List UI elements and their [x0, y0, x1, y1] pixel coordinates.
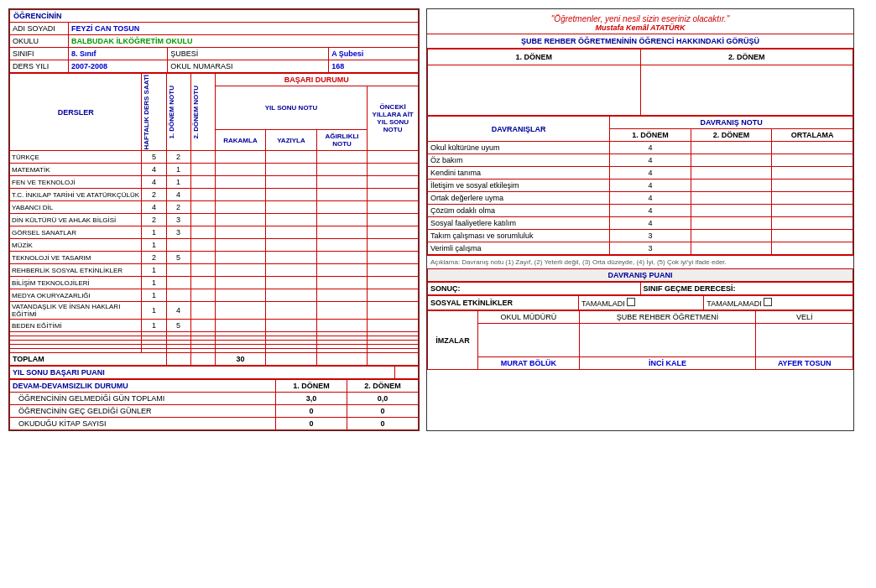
- behavior-name: Okul kültürüne uyum: [428, 142, 610, 154]
- devam-donem1-label: 1. DÖNEM: [275, 380, 347, 393]
- subject-haftalik: 4: [142, 176, 166, 189]
- subject-donem1: [166, 277, 190, 289]
- subject-onceki: [368, 226, 419, 239]
- behavior-row: Verimli çalışma 3: [428, 242, 853, 255]
- kitap-d1: 0: [275, 418, 347, 430]
- aciklama: Açıklama: Davranış notu (1) Zayıf, (2) Y…: [427, 255, 853, 268]
- subject-donem2: [190, 264, 215, 277]
- behavior-d2: [691, 192, 772, 205]
- subject-yaziya: [266, 226, 317, 239]
- subject-row: TEKNOLOJİ VE TASARIM 2 5: [10, 252, 419, 264]
- gelmedigi-d1: 3,0: [275, 393, 347, 405]
- subject-row: FEN VE TEKNOLOJİ 4 1: [10, 176, 419, 189]
- subject-row: DİN KÜLTÜRÜ VE AHLAK BİLGİSİ 2 3: [10, 214, 419, 226]
- kitap-d2: 0: [347, 418, 418, 430]
- behavior-ort: [772, 142, 853, 154]
- tamamlamadi-cell: TAMAMLAMADI: [704, 296, 853, 310]
- yaziya-header: YAZIYLA: [266, 129, 317, 151]
- agirlikli-header: AĞIRLIKLI NOTU: [316, 129, 368, 151]
- subject-row: MEDYA OKURYAZARLIĞI 1: [10, 289, 419, 302]
- subject-rakamla: [215, 320, 266, 332]
- gorusler-donem1: 1. DÖNEM: [428, 49, 641, 65]
- subject-donem1: 2: [166, 201, 190, 214]
- year-label: DERS YILI: [10, 60, 69, 73]
- subject-haftalik: 2: [142, 189, 166, 201]
- davranis-table: DAVRANIŞLAR DAVRANIŞ NOTU 1. DÖNEM 2. DÖ…: [427, 116, 853, 255]
- behavior-name: Sosyal faaliyetlere katılım: [428, 217, 610, 230]
- davranis-ortalama: ORTALAMA: [772, 129, 853, 142]
- subject-donem1: [166, 264, 190, 277]
- gorusler-donem2-content: [640, 65, 853, 116]
- subject-rakamla: [215, 189, 266, 201]
- subject-name: TEKNOLOJİ VE TASARIM: [10, 252, 142, 264]
- dersler-header: DERSLER: [10, 74, 142, 151]
- subject-agirlikli: [316, 214, 368, 226]
- behavior-d1: 4: [610, 154, 691, 167]
- subject-rakamla: [215, 264, 266, 277]
- behavior-d2: [691, 154, 772, 167]
- number-label: OKUL NUMARASI: [168, 60, 329, 73]
- davranis-notu-header: DAVRANIŞ NOTU: [610, 117, 853, 129]
- subject-yaziya: [266, 277, 317, 289]
- behavior-name: İletişim ve sosyal etkileşim: [428, 180, 610, 192]
- sonuc-table: SONUÇ: SINIF GEÇME DERECESİ:: [427, 282, 853, 295]
- branch-label: ŞUBESİ: [168, 48, 329, 60]
- subject-row: BEDEN EĞİTİMİ 1 5: [10, 320, 419, 332]
- subject-haftalik: 1: [142, 320, 166, 332]
- subject-rakamla: [215, 176, 266, 189]
- subject-onceki: [368, 320, 419, 332]
- subject-agirlikli: [316, 176, 368, 189]
- tamamlamadi-checkbox[interactable]: [764, 298, 772, 306]
- subject-row: YABANCI DİL 4 2: [10, 201, 419, 214]
- subject-name: MATEMATİK: [10, 164, 142, 176]
- student-info-table: ÖĞRENCİNİN ADI SOYADI FEYZİ CAN TOSUN OK…: [9, 9, 419, 73]
- rehber-imza: [579, 324, 756, 357]
- subject-donem2: [190, 320, 215, 332]
- subject-donem1: 3: [166, 226, 190, 239]
- subject-donem2: [190, 189, 215, 201]
- behavior-d1: 4: [610, 167, 691, 180]
- subject-row: MÜZİK 1: [10, 239, 419, 252]
- subject-rakamla: [215, 239, 266, 252]
- subject-agirlikli: [316, 289, 368, 302]
- name-value: FEYZİ CAN TOSUN: [69, 23, 419, 35]
- behavior-d2: [691, 242, 772, 255]
- davranis-donem1: 1. DÖNEM: [610, 129, 691, 142]
- devam-donem2-label: 2. DÖNEM: [347, 380, 418, 393]
- tamamladi-checkbox[interactable]: [627, 298, 635, 306]
- subject-onceki: [368, 252, 419, 264]
- subject-donem2: [190, 277, 215, 289]
- subject-onceki: [368, 201, 419, 214]
- subject-haftalik: 2: [142, 214, 166, 226]
- toplam-row: TOPLAM 30: [10, 353, 419, 366]
- subject-rakamla: [215, 201, 266, 214]
- subject-yaziya: [266, 289, 317, 302]
- gorusler-donem2: 2. DÖNEM: [640, 49, 853, 65]
- subject-rakamla: [215, 277, 266, 289]
- branch-value: A Şubesi: [329, 48, 419, 60]
- toplam-value: 30: [215, 353, 266, 366]
- veli-imza: [756, 324, 853, 357]
- subject-yaziya: [266, 252, 317, 264]
- behavior-ort: [772, 230, 853, 242]
- behavior-d1: 4: [610, 180, 691, 192]
- onceki-header: ÖNCEKİ YILLARA AİT YIL SONU NOTU: [368, 86, 419, 151]
- left-panel: ÖĞRENCİNİN ADI SOYADI FEYZİ CAN TOSUN OK…: [8, 8, 420, 431]
- subject-onceki: [368, 214, 419, 226]
- subject-donem2: [190, 176, 215, 189]
- class-value: 8. Sınıf: [69, 48, 168, 60]
- gec-d1: 0: [275, 405, 347, 418]
- donem2-header: 2. DÖNEM NOTU: [190, 74, 215, 151]
- subject-donem2: [190, 302, 215, 320]
- subject-row: GÖRSEL SANATLAR 1 3: [10, 226, 419, 239]
- gec-label: ÖĞRENCİNİN GEÇ GELDİĞİ GÜNLER: [10, 405, 276, 418]
- number-value: 168: [329, 60, 419, 73]
- davranis-donem2: 2. DÖNEM: [691, 129, 772, 142]
- tamamladi-cell: TAMAMLADI: [579, 296, 704, 310]
- subject-agirlikli: [316, 189, 368, 201]
- mudur-imza: [478, 324, 580, 357]
- behavior-d1: 4: [610, 142, 691, 154]
- kitap-label: OKUDUĞU KİTAP SAYISI: [10, 418, 276, 430]
- subject-name: MÜZİK: [10, 239, 142, 252]
- subject-donem1: 1: [166, 164, 190, 176]
